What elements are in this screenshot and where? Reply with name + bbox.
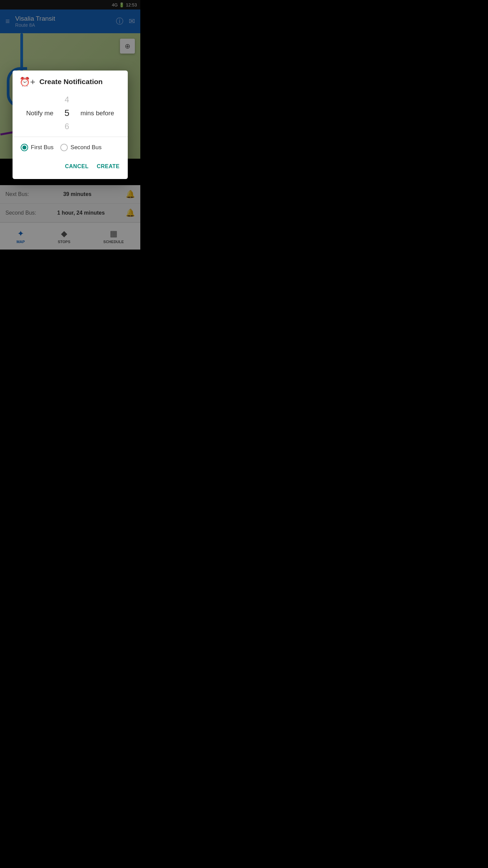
notify-row: Notify me 4 5 6 mins before xyxy=(13,90,128,137)
mins-before-label: mins before xyxy=(80,110,114,117)
cancel-button[interactable]: CANCEL xyxy=(64,161,90,172)
second-bus-option[interactable]: Second Bus xyxy=(60,144,102,151)
dialog-header: ⏰+ Create Notification xyxy=(13,71,128,90)
picker-current-value[interactable]: 5 xyxy=(64,106,69,120)
picker-above-value: 4 xyxy=(65,93,69,106)
first-bus-radio[interactable] xyxy=(21,144,28,151)
create-notification-dialog: ⏰+ Create Notification Notify me 4 5 6 m… xyxy=(13,71,128,179)
picker-below-value: 6 xyxy=(65,120,69,133)
second-bus-radio[interactable] xyxy=(60,144,68,151)
first-bus-radio-fill xyxy=(22,145,26,150)
first-bus-label: First Bus xyxy=(31,144,54,151)
dialog-backdrop: ⏰+ Create Notification Notify me 4 5 6 m… xyxy=(0,0,140,250)
minutes-picker[interactable]: 4 5 6 xyxy=(57,93,77,133)
bus-selection-row: First Bus Second Bus xyxy=(13,137,128,158)
notify-me-label: Notify me xyxy=(26,110,53,117)
create-button[interactable]: CREATE xyxy=(95,161,121,172)
second-bus-label: Second Bus xyxy=(70,144,102,151)
notification-alarm-icon: ⏰+ xyxy=(19,77,35,86)
dialog-actions: CANCEL CREATE xyxy=(13,158,128,179)
dialog-title: Create Notification xyxy=(39,78,103,86)
first-bus-option[interactable]: First Bus xyxy=(21,144,54,151)
